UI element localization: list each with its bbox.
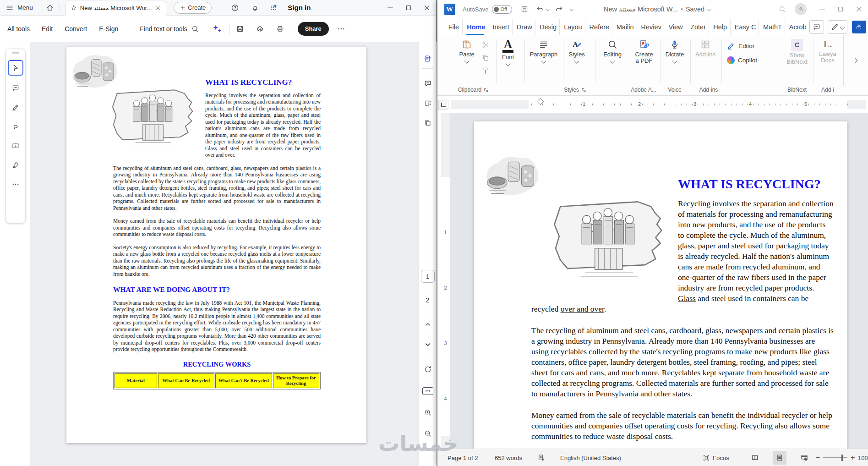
home-icon[interactable] [46, 4, 54, 12]
show-bibnext-button[interactable]: C ShowBibNext [784, 39, 810, 65]
help-icon[interactable] [231, 4, 239, 12]
zoom-percent[interactable]: 100% [858, 449, 868, 466]
pages-panel-button[interactable] [419, 119, 437, 127]
quick-save-icon[interactable] [520, 5, 529, 13]
zoom-out-control[interactable]: − [816, 449, 820, 466]
tab-references[interactable]: Refere [585, 19, 612, 35]
print-layout-button[interactable] [773, 449, 786, 466]
rotate-page-button[interactable] [419, 365, 437, 373]
next-page-button[interactable] [419, 340, 437, 349]
minimize-button[interactable] [381, 0, 399, 15]
tab-design[interactable]: Desig [535, 19, 560, 35]
comments-panel-button[interactable] [419, 79, 437, 88]
add-ins-button[interactable]: Add-ins [692, 39, 719, 58]
cloud-upload-icon[interactable] [256, 25, 264, 33]
more-commands-icon[interactable] [570, 7, 573, 11]
focus-mode-button[interactable]: Focus [702, 449, 729, 466]
word-minimize-button[interactable] [813, 2, 831, 17]
rail-grip[interactable] [12, 52, 19, 54]
word-count[interactable]: 652 words [495, 449, 522, 466]
word-maximize-button[interactable] [831, 2, 850, 17]
cut-icon[interactable] [481, 41, 490, 49]
ai-assistant-panel-button[interactable] [419, 55, 437, 63]
maximize-button[interactable] [399, 0, 418, 15]
read-mode-button[interactable] [748, 449, 762, 466]
account-avatar[interactable] [795, 3, 807, 15]
styles-group-button[interactable]: A Styles [565, 39, 589, 63]
proofing-status[interactable] [537, 449, 546, 466]
fill-sign-tool[interactable] [9, 158, 22, 172]
zoom-in-button[interactable] [419, 408, 437, 417]
more-tools[interactable] [9, 177, 22, 191]
previous-page-button[interactable] [419, 320, 437, 329]
print-icon[interactable] [276, 25, 284, 33]
dialog-launcher-icon[interactable] [581, 88, 586, 92]
more-options-icon[interactable] [337, 25, 345, 33]
paste-button[interactable]: Paste [455, 39, 479, 63]
paragraph-group-button[interactable]: Paragraph [527, 39, 560, 63]
autosave-toggle[interactable]: Off [492, 5, 512, 14]
copy-icon[interactable] [481, 54, 490, 62]
bookmarks-panel-button[interactable] [419, 99, 437, 108]
esign-button[interactable]: E-Sign [97, 22, 120, 35]
tab-acrobat[interactable]: Acrob [785, 19, 809, 35]
tab-mailings[interactable]: Mailin [612, 19, 637, 35]
tab-insert[interactable]: Insert [488, 19, 512, 35]
word-close-button[interactable] [850, 2, 868, 17]
word-page-content[interactable]: WHAT IS RECYCLING? Recycling involves th… [474, 121, 847, 449]
web-layout-button[interactable] [797, 449, 811, 466]
word-logo-icon[interactable]: W [444, 4, 455, 15]
share-doc-button[interactable] [852, 21, 866, 33]
share-button[interactable]: Share [298, 22, 329, 36]
tab-view[interactable]: View [664, 19, 686, 35]
create-pdf-button[interactable]: Createa PDF [631, 39, 657, 64]
hamburger-menu-icon[interactable] [5, 4, 14, 12]
title-dropdown-icon[interactable] [707, 7, 711, 11]
tab-layout[interactable]: Layou [560, 19, 585, 35]
all-tools-button[interactable]: All tools [5, 22, 32, 35]
font-group-button[interactable]: A Font [496, 39, 520, 66]
undo-dropdown-icon[interactable] [546, 7, 550, 11]
dictate-button[interactable]: Dictate [662, 39, 688, 63]
comments-button[interactable] [809, 20, 824, 34]
language-indicator[interactable]: English (United States) [560, 449, 621, 466]
close-tab-icon[interactable] [155, 5, 161, 11]
current-page-box[interactable]: 1 [419, 270, 437, 283]
zoom-slider-thumb[interactable] [841, 455, 843, 461]
undo-icon[interactable] [536, 5, 544, 13]
edit-button[interactable]: Edit [40, 22, 55, 35]
dialog-launcher-icon[interactable] [484, 88, 488, 92]
find-tools-button[interactable]: Find text or tools [138, 22, 201, 36]
select-tool[interactable] [8, 60, 23, 76]
ruler-track[interactable]: 1 2 3 4 5 [451, 100, 866, 109]
convert-button[interactable]: Convert [63, 22, 89, 35]
zoom-slider[interactable] [823, 457, 847, 458]
add-text-tool[interactable]: A [9, 139, 22, 153]
copilot-button[interactable]: Copilot [727, 56, 757, 64]
tab-home[interactable]: Home [463, 19, 488, 35]
format-painter-icon[interactable] [481, 66, 490, 75]
vertical-ruler[interactable]: 1 2 3 4 [441, 113, 450, 466]
tab-mathtype[interactable]: MathT [759, 19, 785, 35]
redo-icon[interactable] [555, 5, 563, 13]
save-icon[interactable] [236, 25, 244, 33]
document-tab[interactable]: New مستند Microsoft Wor... [66, 0, 167, 16]
word-page[interactable]: WHAT IS RECYCLING? Recycling involves th… [474, 121, 847, 449]
ai-assistant-icon[interactable] [212, 23, 223, 34]
editor-button[interactable]: Editor [727, 42, 757, 50]
star-icon[interactable] [71, 5, 77, 11]
zoom-in-control[interactable]: + [851, 449, 855, 466]
notifications-icon[interactable] [251, 4, 259, 12]
create-button[interactable]: Create [174, 2, 212, 14]
tab-review[interactable]: Reviev [637, 19, 665, 35]
highlight-tool[interactable] [9, 100, 22, 114]
tab-help[interactable]: Help [709, 19, 730, 35]
sign-in-button[interactable]: Sign in [288, 4, 311, 11]
title-search-icon[interactable] [778, 5, 786, 13]
ribbon-scroll-right[interactable] [843, 35, 868, 86]
close-window-button[interactable] [418, 0, 436, 15]
editing-group-button[interactable]: Editing [599, 39, 626, 63]
tab-zotero[interactable]: Zoter [686, 19, 709, 35]
comment-tool[interactable] [9, 81, 22, 95]
menu-button[interactable]: Menu [17, 4, 33, 11]
